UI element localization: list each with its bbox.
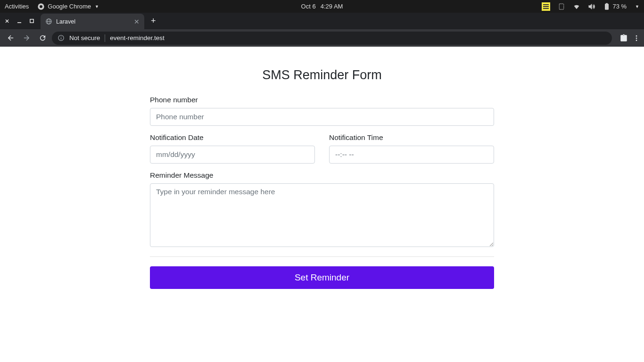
- assignment-icon[interactable]: [619, 34, 628, 42]
- volume-icon[interactable]: [588, 3, 595, 10]
- window-minimize-button[interactable]: [15, 17, 24, 25]
- tab-close-button[interactable]: ✕: [134, 18, 140, 25]
- chrome-toolbar: Not secure event-reminder.test: [0, 29, 644, 47]
- browser-tab[interactable]: Laravel ✕: [41, 14, 144, 29]
- forward-button[interactable]: [20, 32, 33, 45]
- date-input[interactable]: [150, 146, 315, 164]
- system-menu-chevron-icon[interactable]: ▼: [635, 4, 639, 9]
- window-close-button[interactable]: ✕: [3, 17, 11, 25]
- message-textarea[interactable]: [150, 183, 494, 247]
- security-status: Not secure: [69, 34, 100, 41]
- phone-input[interactable]: [150, 108, 494, 126]
- submit-button[interactable]: Set Reminder: [150, 266, 494, 289]
- date-label: Notification Date: [150, 133, 315, 142]
- battery-icon: [603, 3, 611, 10]
- activities-button[interactable]: Activities: [5, 3, 29, 10]
- tab-title: Laravel: [56, 18, 75, 25]
- svg-rect-6: [30, 19, 33, 23]
- svg-point-13: [636, 35, 637, 37]
- chrome-tabstrip: ✕ Laravel ✕ +: [0, 13, 644, 29]
- battery-indicator[interactable]: 73 %: [603, 3, 627, 10]
- window-maximize-button[interactable]: [27, 17, 36, 25]
- current-app-menu[interactable]: Google Chrome ▼: [37, 3, 99, 10]
- svg-rect-12: [61, 38, 61, 40]
- new-tab-button[interactable]: +: [151, 16, 156, 26]
- svg-point-1: [40, 5, 42, 8]
- ubuntu-top-bar: Activities Google Chrome ▼ Oct 6 4:29 AM…: [0, 0, 644, 13]
- wifi-icon[interactable]: [573, 3, 580, 10]
- omnibox-divider: [105, 34, 105, 42]
- svg-rect-2: [560, 4, 564, 9]
- back-button[interactable]: [4, 32, 17, 45]
- message-label: Reminder Message: [150, 171, 494, 180]
- date-label: Oct 6: [301, 3, 316, 10]
- form-divider: [150, 256, 494, 257]
- info-icon: [58, 34, 65, 41]
- svg-rect-3: [605, 4, 609, 10]
- time-input[interactable]: [329, 146, 494, 164]
- battery-percent: 73 %: [612, 3, 627, 10]
- address-bar[interactable]: Not secure event-reminder.test: [52, 32, 612, 45]
- time-label: 4:29 AM: [321, 3, 343, 10]
- clock[interactable]: Oct 6 4:29 AM: [301, 3, 343, 10]
- svg-rect-4: [606, 3, 608, 3]
- globe-icon: [45, 18, 52, 25]
- chevron-down-icon: ▼: [95, 4, 99, 9]
- svg-point-11: [61, 36, 62, 37]
- svg-point-15: [636, 40, 637, 41]
- clipboard-tray-icon[interactable]: [558, 3, 565, 10]
- phone-label: Phone number: [150, 96, 494, 104]
- svg-point-14: [636, 37, 637, 39]
- time-label: Notification Time: [329, 133, 494, 142]
- page-content: SMS Reminder Form Phone number Notificat…: [0, 47, 644, 289]
- notes-tray-icon[interactable]: [542, 2, 550, 11]
- kebab-menu-icon[interactable]: [633, 34, 640, 42]
- reload-button[interactable]: [36, 32, 49, 45]
- page-title: SMS Reminder Form: [150, 68, 494, 82]
- chrome-icon: [37, 3, 45, 10]
- current-app-label: Google Chrome: [48, 3, 91, 10]
- url-text: event-reminder.test: [110, 34, 165, 41]
